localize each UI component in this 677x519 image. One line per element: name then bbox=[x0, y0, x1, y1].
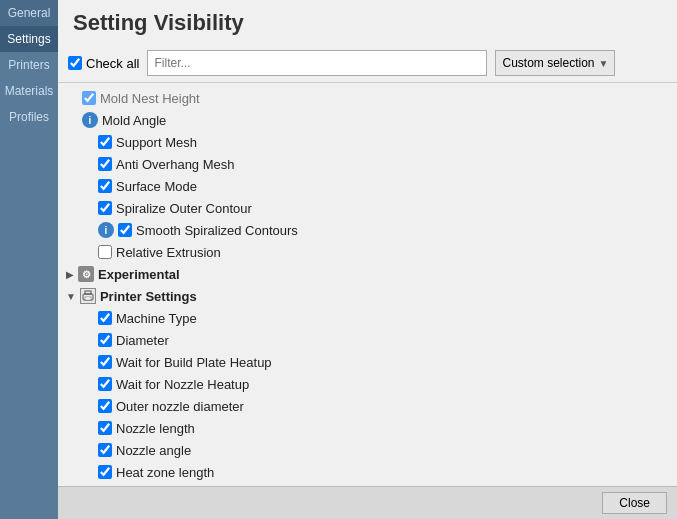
printer-settings-section-header[interactable]: ▼ Printer Settings bbox=[58, 285, 677, 307]
setting-label: Wait for Build Plate Heatup bbox=[116, 355, 272, 370]
sidebar-item-materials[interactable]: Materials bbox=[0, 78, 58, 104]
checkbox-surface-mode[interactable] bbox=[98, 179, 112, 193]
close-button[interactable]: Close bbox=[602, 492, 667, 514]
list-item: Heat zone length bbox=[58, 461, 677, 483]
checkbox-heat-zone-length[interactable] bbox=[98, 465, 112, 479]
app-container: General Settings Printers Materials Prof… bbox=[0, 0, 677, 519]
setting-label: Nozzle length bbox=[116, 421, 195, 436]
list-item: Support Mesh bbox=[58, 131, 677, 153]
checkbox-relative-extrusion[interactable] bbox=[98, 245, 112, 259]
list-item: Relative Extrusion bbox=[58, 241, 677, 263]
setting-label: Smooth Spiralized Contours bbox=[136, 223, 298, 238]
sidebar-item-printers[interactable]: Printers bbox=[0, 52, 58, 78]
list-item: Surface Mode bbox=[58, 175, 677, 197]
printer-icon bbox=[80, 288, 96, 304]
sidebar-item-general[interactable]: General bbox=[0, 0, 58, 26]
expand-arrow-icon: ▶ bbox=[66, 269, 74, 280]
checkbox-support-mesh[interactable] bbox=[98, 135, 112, 149]
list-item: Machine Type bbox=[58, 307, 677, 329]
list-item: Diameter bbox=[58, 329, 677, 351]
dropdown-label: Custom selection bbox=[502, 56, 594, 70]
toolbar: Check all Custom selection ▼ bbox=[58, 44, 677, 83]
setting-label: Mold Angle bbox=[102, 113, 166, 128]
setting-label: Spiralize Outer Contour bbox=[116, 201, 252, 216]
list-item: Anti Overhang Mesh bbox=[58, 153, 677, 175]
dropdown-arrow-icon: ▼ bbox=[599, 58, 609, 69]
experimental-label: Experimental bbox=[98, 267, 180, 282]
checkbox-smooth-spiralized[interactable] bbox=[118, 223, 132, 237]
sidebar-item-profiles[interactable]: Profiles bbox=[0, 104, 58, 130]
printer-settings-label: Printer Settings bbox=[100, 289, 197, 304]
setting-label: Wait for Nozzle Heatup bbox=[116, 377, 249, 392]
info-icon: i bbox=[98, 222, 114, 238]
setting-label: Machine Type bbox=[116, 311, 197, 326]
checkbox-anti-overhang-mesh[interactable] bbox=[98, 157, 112, 171]
list-item: Wait for Build Plate Heatup bbox=[58, 351, 677, 373]
bottom-bar: Close bbox=[58, 486, 677, 519]
list-item: Nozzle length bbox=[58, 417, 677, 439]
svg-rect-1 bbox=[85, 291, 91, 294]
sidebar-item-settings[interactable]: Settings bbox=[0, 26, 58, 52]
main-content: Setting Visibility Check all Custom sele… bbox=[58, 0, 677, 519]
sidebar: General Settings Printers Materials Prof… bbox=[0, 0, 58, 519]
setting-label: Support Mesh bbox=[116, 135, 197, 150]
setting-label: Mold Nest Height bbox=[100, 91, 200, 106]
setting-label: Heat zone length bbox=[116, 465, 214, 480]
experimental-section-header[interactable]: ▶ ⚙ Experimental bbox=[58, 263, 677, 285]
setting-label: Diameter bbox=[116, 333, 169, 348]
check-all-checkbox[interactable] bbox=[68, 56, 82, 70]
checkbox-nozzle-length[interactable] bbox=[98, 421, 112, 435]
list-item: Outer nozzle diameter bbox=[58, 395, 677, 417]
checkbox-wait-build-plate[interactable] bbox=[98, 355, 112, 369]
checkbox-nozzle-angle[interactable] bbox=[98, 443, 112, 457]
list-item: Mold Nest Height bbox=[58, 87, 677, 109]
info-icon: i bbox=[82, 112, 98, 128]
page-title: Setting Visibility bbox=[58, 0, 677, 44]
checkbox-machine-type[interactable] bbox=[98, 311, 112, 325]
checkbox-diameter[interactable] bbox=[98, 333, 112, 347]
svg-rect-2 bbox=[85, 297, 91, 300]
setting-label: Anti Overhang Mesh bbox=[116, 157, 235, 172]
expand-arrow-icon: ▼ bbox=[66, 291, 76, 302]
settings-list: Mold Nest Height i Mold Angle Support Me… bbox=[58, 83, 677, 486]
checkbox-outer-nozzle-diameter[interactable] bbox=[98, 399, 112, 413]
setting-label: Nozzle angle bbox=[116, 443, 191, 458]
experimental-icon: ⚙ bbox=[78, 266, 94, 282]
setting-label: Outer nozzle diameter bbox=[116, 399, 244, 414]
check-all-label: Check all bbox=[86, 56, 139, 71]
checkbox-mold-nest-height[interactable] bbox=[82, 91, 96, 105]
list-item: i Mold Angle bbox=[58, 109, 677, 131]
list-item: Nozzle angle bbox=[58, 439, 677, 461]
list-item: Wait for Nozzle Heatup bbox=[58, 373, 677, 395]
list-item: Spiralize Outer Contour bbox=[58, 197, 677, 219]
list-item: i Smooth Spiralized Contours bbox=[58, 219, 677, 241]
filter-input[interactable] bbox=[147, 50, 487, 76]
setting-label: Relative Extrusion bbox=[116, 245, 221, 260]
checkbox-wait-nozzle-heatup[interactable] bbox=[98, 377, 112, 391]
check-all-area: Check all bbox=[68, 56, 139, 71]
custom-selection-dropdown[interactable]: Custom selection ▼ bbox=[495, 50, 615, 76]
checkbox-spiralize-outer-contour[interactable] bbox=[98, 201, 112, 215]
setting-label: Surface Mode bbox=[116, 179, 197, 194]
